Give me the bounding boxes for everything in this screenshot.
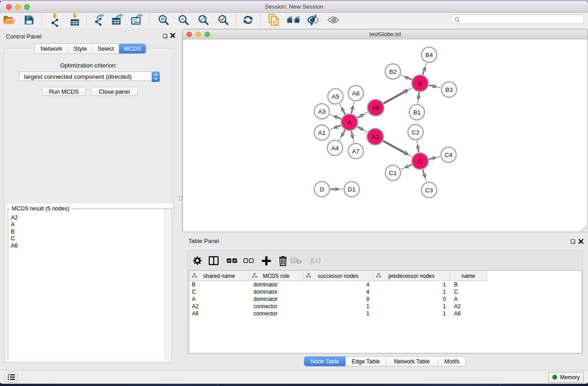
table-row[interactable]: Adominator80A <box>189 295 582 303</box>
mcds-result-list[interactable]: A2ABCA6 <box>9 210 164 359</box>
refresh-button[interactable] <box>240 13 256 27</box>
panel-menu-button[interactable] <box>5 372 18 382</box>
edge-B-B1[interactable] <box>419 92 419 96</box>
edge-A-A1[interactable] <box>337 125 341 127</box>
cell-MCDS-role[interactable]: dominator <box>253 281 277 288</box>
edge-C-C2[interactable] <box>418 148 418 152</box>
column-header-shared-name[interactable]: shared name <box>189 271 249 281</box>
window-resize-grip[interactable] <box>581 225 587 231</box>
add-column-button[interactable] <box>259 253 273 268</box>
edge-A-A3[interactable] <box>337 117 341 119</box>
cell-name[interactable]: A6 <box>454 310 461 317</box>
edge-A-A8[interactable] <box>351 109 352 114</box>
edge-C-C4[interactable] <box>429 158 433 159</box>
tab-mcds[interactable]: MCDS <box>119 44 146 53</box>
mcds-result-item[interactable]: C <box>11 235 164 242</box>
select-all-checkboxes-button[interactable] <box>225 253 239 268</box>
settings-gear-button[interactable] <box>190 253 205 268</box>
column-header-successor-nodes[interactable]: successor nodes <box>303 271 373 281</box>
edge-A-A5[interactable] <box>343 110 345 114</box>
import-table-button[interactable] <box>67 13 83 27</box>
table-float-button[interactable] <box>571 239 575 243</box>
tab-motifs[interactable]: Motifs <box>438 357 466 366</box>
cell-successor-nodes[interactable]: 1 <box>303 303 369 310</box>
cell-MCDS-role[interactable]: dominator <box>253 289 277 295</box>
cell-name[interactable]: B <box>454 281 458 288</box>
cell-predecessor-nodes[interactable]: 0 <box>373 296 446 302</box>
cell-shared-name[interactable]: C <box>192 289 196 295</box>
cell-predecessor-nodes[interactable]: 1 <box>373 310 446 317</box>
open-file-button[interactable] <box>1 13 17 27</box>
edge-C-C3[interactable] <box>423 170 425 175</box>
split-columns-button[interactable] <box>206 253 221 268</box>
edge-C-C1[interactable] <box>408 165 412 167</box>
cell-name[interactable]: C <box>454 289 458 295</box>
edge-B-B4[interactable] <box>423 70 424 75</box>
cell-name[interactable]: A <box>454 296 458 302</box>
cell-MCDS-role[interactable]: connector <box>253 310 277 317</box>
edge-A-A6[interactable] <box>357 116 361 118</box>
show-all-button[interactable] <box>325 13 341 27</box>
mcds-result-item[interactable]: A2 <box>11 214 164 221</box>
save-session-button[interactable] <box>21 13 37 27</box>
cell-shared-name[interactable]: A6 <box>192 310 199 317</box>
edge-A-A4[interactable] <box>343 130 345 134</box>
table-row[interactable]: A6connector11A6 <box>189 310 582 317</box>
run-mcds-button[interactable]: Run MCDS <box>42 87 86 96</box>
close-panel-push-button[interactable]: Close panel <box>91 87 138 96</box>
cell-name[interactable]: A2 <box>454 303 461 310</box>
cell-MCDS-role[interactable]: connector <box>253 303 277 310</box>
tab-select[interactable]: Select <box>93 44 119 53</box>
search-box[interactable] <box>451 14 584 24</box>
mcds-result-item[interactable]: B <box>11 229 164 235</box>
close-panel-button[interactable] <box>170 33 176 38</box>
export-image-button[interactable] <box>129 13 145 27</box>
cell-successor-nodes[interactable]: 4 <box>303 289 369 295</box>
memory-button[interactable]: Memory <box>549 372 583 382</box>
criterion-dropdown[interactable]: largest connected component (directed) <box>19 71 160 81</box>
cell-shared-name[interactable]: A2 <box>192 303 199 310</box>
network-graph[interactable]: B4B2BB3A5A8A6A3B1AA1C2A2A4A7C4CC1C3DD1 <box>183 29 588 232</box>
edge-A6-B[interactable] <box>383 91 405 103</box>
tab-style[interactable]: Style <box>68 44 93 53</box>
mcds-result-item[interactable]: A6 <box>11 243 164 249</box>
cell-successor-nodes[interactable]: 4 <box>303 281 369 288</box>
tab-network[interactable]: Network <box>35 44 68 53</box>
tab-network-table[interactable]: Network Table <box>386 357 438 366</box>
zoom-selected-button[interactable] <box>215 13 231 27</box>
table-row[interactable]: Bdominator41B <box>189 281 582 288</box>
mcds-result-scrollbar[interactable] <box>164 210 171 359</box>
column-header-MCDS-role[interactable]: MCDS role <box>249 271 303 281</box>
table-row[interactable]: Cdominator41C <box>189 288 582 295</box>
cell-predecessor-nodes[interactable]: 1 <box>373 289 446 295</box>
splitter-handle-vertical[interactable] <box>179 196 182 200</box>
cell-shared-name[interactable]: A <box>192 296 196 302</box>
zoom-in-button[interactable] <box>155 13 172 27</box>
edge-A2-C[interactable] <box>383 141 405 152</box>
search-input[interactable] <box>462 15 582 23</box>
cell-successor-nodes[interactable]: 1 <box>303 310 369 317</box>
clone-network-button[interactable] <box>265 13 282 27</box>
column-header-predecessor-nodes[interactable]: predecessor nodes <box>373 271 450 281</box>
cell-successor-nodes[interactable]: 8 <box>303 296 369 302</box>
edge-B-B2[interactable] <box>408 78 412 80</box>
cell-MCDS-role[interactable]: dominator <box>253 296 277 302</box>
export-network-button[interactable] <box>91 13 107 27</box>
column-header-name[interactable]: name <box>450 271 487 281</box>
cell-predecessor-nodes[interactable]: 1 <box>373 303 446 310</box>
cell-shared-name[interactable]: B <box>192 281 196 288</box>
hide-selected-button[interactable] <box>305 13 321 27</box>
zoom-fit-button[interactable] <box>195 13 211 27</box>
deselect-all-checkboxes-button[interactable] <box>241 253 256 268</box>
table-row[interactable]: A2connector11A2 <box>189 303 582 310</box>
export-table-button[interactable] <box>110 13 126 27</box>
edge-A-A7[interactable] <box>351 131 352 135</box>
cell-predecessor-nodes[interactable]: 1 <box>373 281 446 288</box>
mcds-result-item[interactable]: A <box>11 221 164 228</box>
table-close-button[interactable] <box>578 238 584 244</box>
import-network-button[interactable] <box>47 13 63 27</box>
float-panel-button[interactable] <box>163 34 167 38</box>
first-neighbors-button[interactable] <box>285 13 301 27</box>
edge-B-B3[interactable] <box>429 85 433 86</box>
tab-node-table[interactable]: Node Table <box>304 357 346 366</box>
